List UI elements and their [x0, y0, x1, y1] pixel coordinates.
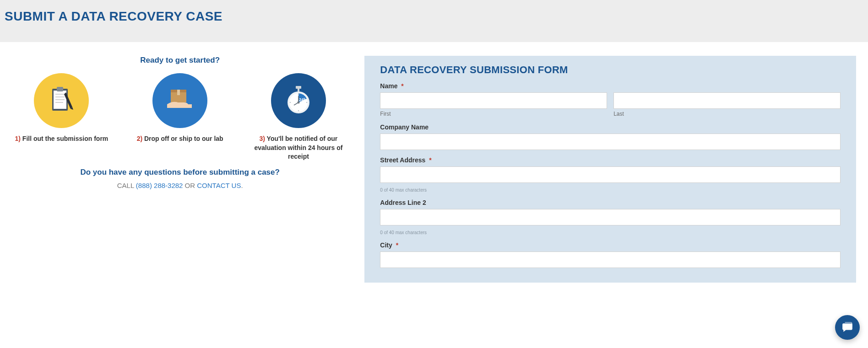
- questions-heading: Do you have any questions before submitt…: [5, 168, 355, 177]
- city-field-block: City *: [380, 241, 841, 268]
- addr2-helper: 0 of 40 max characters: [380, 230, 841, 235]
- step-3-num: 3): [260, 135, 265, 142]
- city-input[interactable]: [380, 252, 841, 268]
- stopwatch-24h-icon: 24h: [271, 73, 326, 128]
- step-3-text: You'll be notified of our evaluation wit…: [254, 135, 342, 160]
- main-wrap: Ready to get started?: [0, 56, 868, 283]
- company-input[interactable]: [380, 134, 841, 150]
- call-prefix: CALL: [117, 182, 136, 189]
- street-label-text: Street Address: [380, 156, 425, 164]
- step-2-caption: 2) Drop off or ship to our lab: [123, 134, 237, 144]
- name-field-block: Name * First Last: [380, 82, 841, 117]
- phone-link[interactable]: (888) 288-3282: [136, 182, 183, 189]
- svg-point-19: [306, 102, 308, 103]
- first-name-input[interactable]: [380, 92, 607, 109]
- city-required-mark: *: [396, 241, 398, 249]
- svg-rect-9: [177, 90, 180, 95]
- box-hand-icon: [152, 73, 207, 128]
- page-header: SUBMIT A DATA RECOVERY CASE: [0, 0, 868, 42]
- clipboard-icon: [34, 73, 89, 128]
- addr2-field-block: Address Line 2 0 of 40 max characters: [380, 199, 841, 235]
- name-label-text: Name: [380, 82, 397, 90]
- call-line: CALL (888) 288-3282 OR CONTACT US.: [5, 182, 355, 189]
- page-title: SUBMIT A DATA RECOVERY CASE: [5, 9, 863, 24]
- svg-rect-11: [298, 89, 299, 91]
- form-panel: DATA RECOVERY SUBMISSION FORM Name * Fir…: [364, 56, 856, 283]
- step-1-num: 1): [15, 135, 20, 142]
- addr2-input[interactable]: [380, 209, 841, 225]
- svg-rect-2: [57, 87, 63, 91]
- ready-heading: Ready to get started?: [5, 56, 355, 65]
- step-1-text: Fill out the submission form: [22, 135, 108, 142]
- step-2-text: Drop off or ship to our lab: [144, 135, 223, 142]
- form-title: DATA RECOVERY SUBMISSION FORM: [380, 64, 841, 76]
- steps-row: 1) Fill out the submission form 2) Dro: [5, 73, 355, 161]
- first-name-sublabel: First: [380, 111, 607, 117]
- step-2: 2) Drop off or ship to our lab: [123, 73, 237, 161]
- svg-rect-10: [296, 86, 301, 89]
- svg-point-20: [298, 110, 299, 112]
- city-label-text: City: [380, 241, 392, 249]
- step-3-caption: 3) You'll be notified of our evaluation …: [242, 134, 356, 161]
- street-field-block: Street Address * 0 of 40 max characters: [380, 156, 841, 193]
- street-required-mark: *: [429, 156, 431, 164]
- last-name-sublabel: Last: [613, 111, 841, 117]
- name-required-mark: *: [401, 82, 403, 90]
- addr2-label: Address Line 2: [380, 199, 841, 206]
- name-label: Name *: [380, 82, 841, 90]
- call-sep: OR: [183, 182, 197, 189]
- step-2-num: 2): [137, 135, 142, 142]
- street-label: Street Address *: [380, 156, 841, 164]
- call-suffix: .: [241, 182, 243, 189]
- company-label: Company Name: [380, 123, 841, 131]
- svg-text:24h: 24h: [299, 97, 306, 102]
- city-label: City *: [380, 241, 841, 249]
- svg-point-21: [290, 102, 291, 103]
- left-column: Ready to get started?: [0, 56, 364, 283]
- company-field-block: Company Name: [380, 123, 841, 150]
- step-1-caption: 1) Fill out the submission form: [5, 134, 119, 144]
- step-1: 1) Fill out the submission form: [5, 73, 119, 161]
- step-3: 24h 3) You'll be notified of our evaluat…: [242, 73, 356, 161]
- street-helper: 0 of 40 max characters: [380, 187, 841, 193]
- contact-us-link[interactable]: CONTACT US: [197, 182, 241, 189]
- svg-point-18: [298, 94, 299, 95]
- street-input[interactable]: [380, 166, 841, 183]
- last-name-input[interactable]: [613, 92, 841, 109]
